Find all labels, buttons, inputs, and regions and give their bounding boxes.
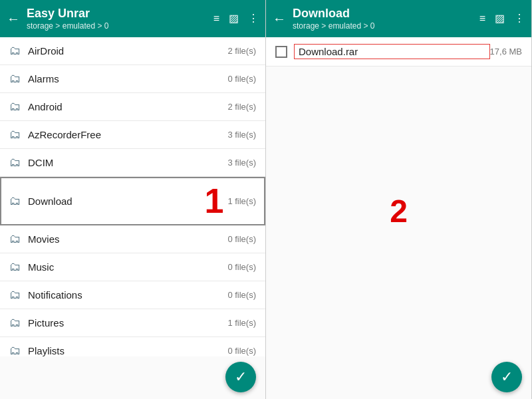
folder-icon: 🗂 [9, 44, 21, 58]
folder-name: Movies [28, 233, 227, 245]
left-step-label: 1 [204, 184, 223, 218]
left-path-subtitle: storage > emulated > 0 [27, 21, 213, 31]
list-item[interactable]: 🗂 Pictures 1 file(s) [0, 309, 265, 337]
left-app-title: Easy Unrar [27, 7, 213, 21]
file-count: 3 file(s) [227, 158, 256, 168]
file-count: 2 file(s) [227, 46, 256, 56]
folder-name: Android [28, 101, 227, 112]
folder-icon: 🗂 [9, 316, 21, 330]
right-panel: ← Download storage > emulated > 0 ≡ ▨ ⋮ … [266, 0, 532, 399]
folder-icon: 🗂 [9, 344, 21, 356]
rar-filesize: 17,6 MB [490, 47, 522, 57]
list-item[interactable]: 🗂 AirDroid 2 file(s) [0, 37, 265, 65]
right-folder-title: Download [293, 7, 479, 21]
left-sd-icon[interactable]: ▨ [229, 13, 239, 24]
right-fab-button[interactable]: ✓ [491, 362, 522, 392]
folder-name: Download [28, 196, 204, 207]
right-back-button[interactable]: ← [273, 11, 286, 27]
file-count: 0 file(s) [227, 290, 256, 300]
folder-name: DCIM [28, 157, 227, 168]
list-item[interactable]: 🗂 AzRecorderFree 3 file(s) [0, 121, 265, 149]
right-content-area: 2 [266, 66, 531, 356]
folder-icon: 🗂 [9, 194, 21, 208]
folder-icon: 🗂 [9, 72, 21, 86]
folder-name: AzRecorderFree [28, 129, 227, 140]
file-count: 0 file(s) [227, 262, 256, 272]
rar-filename: Download.rar [294, 44, 490, 59]
folder-icon: 🗂 [9, 260, 21, 274]
file-count: 1 file(s) [227, 318, 256, 328]
left-header: ← Easy Unrar storage > emulated > 0 ≡ ▨ … [0, 0, 265, 37]
left-header-text: Easy Unrar storage > emulated > 0 [27, 7, 213, 31]
folder-name: Playlists [28, 345, 227, 356]
file-count: 2 file(s) [227, 102, 256, 112]
folder-name: Pictures [28, 317, 227, 329]
right-header-text: Download storage > emulated > 0 [293, 7, 479, 31]
folder-name: Music [28, 261, 227, 273]
folder-icon: 🗂 [9, 156, 21, 170]
left-panel: ← Easy Unrar storage > emulated > 0 ≡ ▨ … [0, 0, 266, 399]
rar-file-row[interactable]: Download.rar 17,6 MB [266, 37, 531, 66]
right-filter-icon[interactable]: ≡ [479, 13, 485, 24]
list-item[interactable]: 🗂 Movies 0 file(s) [0, 225, 265, 253]
right-header: ← Download storage > emulated > 0 ≡ ▨ ⋮ [266, 0, 531, 37]
right-step-label: 2 [390, 196, 408, 227]
left-fab-button[interactable]: ✓ [225, 362, 256, 392]
list-item[interactable]: 🗂 Download 1 1 file(s) [0, 177, 265, 225]
left-back-button[interactable]: ← [7, 11, 20, 27]
list-item[interactable]: 🗂 Music 0 file(s) [0, 253, 265, 281]
right-more-icon[interactable]: ⋮ [514, 13, 525, 24]
left-fab-container: ✓ [0, 356, 265, 399]
list-item[interactable]: 🗂 Android 2 file(s) [0, 93, 265, 121]
right-sd-icon[interactable]: ▨ [495, 13, 505, 24]
file-count: 1 file(s) [227, 196, 256, 206]
file-count: 0 file(s) [227, 234, 256, 244]
list-item[interactable]: 🗂 DCIM 3 file(s) [0, 149, 265, 177]
folder-icon: 🗂 [9, 128, 21, 142]
list-item[interactable]: 🗂 Alarms 0 file(s) [0, 65, 265, 93]
list-item[interactable]: 🗂 Notifications 0 file(s) [0, 281, 265, 309]
folder-icon: 🗂 [9, 100, 21, 114]
file-count: 3 file(s) [227, 130, 256, 140]
left-filter-icon[interactable]: ≡ [213, 13, 219, 24]
left-more-icon[interactable]: ⋮ [248, 13, 259, 24]
right-header-icons: ≡ ▨ ⋮ [479, 13, 525, 24]
folder-icon: 🗂 [9, 232, 21, 246]
right-path-subtitle: storage > emulated > 0 [293, 21, 479, 31]
list-item[interactable]: 🗂 Playlists 0 file(s) [0, 337, 265, 356]
folder-name: AirDroid [28, 45, 227, 57]
left-file-list: 🗂 AirDroid 2 file(s) 🗂 Alarms 0 file(s) … [0, 37, 265, 356]
folder-icon: 🗂 [9, 288, 21, 302]
right-fab-container: ✓ [266, 356, 531, 399]
folder-name: Notifications [28, 289, 227, 301]
left-header-icons: ≡ ▨ ⋮ [213, 13, 259, 24]
file-count: 0 file(s) [227, 74, 256, 84]
folder-name: Alarms [28, 73, 227, 84]
file-count: 0 file(s) [227, 346, 256, 356]
rar-checkbox[interactable] [275, 46, 287, 58]
